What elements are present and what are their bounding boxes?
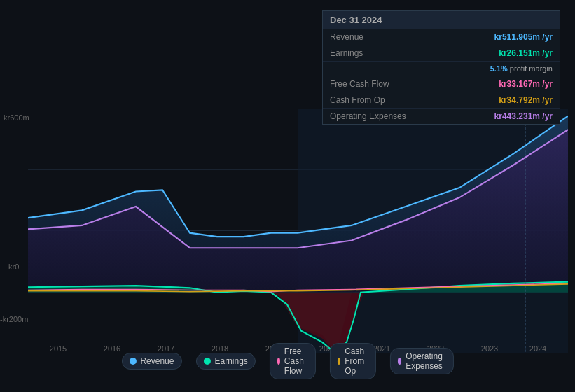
x-label-2016: 2016 (104, 344, 120, 353)
fcf-label: Free Cash Flow (330, 79, 389, 89)
legend-opex[interactable]: Operating Expenses (390, 348, 454, 374)
x-label-2023: 2023 (481, 344, 498, 353)
y-label-neg200: -kr200m (0, 315, 28, 323)
fcf-legend-label: Free Cash Flow (284, 346, 308, 376)
legend-fcf[interactable]: Free Cash Flow (270, 343, 316, 379)
opex-dot (398, 358, 401, 365)
revenue-dot (129, 358, 136, 365)
tooltip-opex: Operating Expenses kr443.231m /yr (323, 108, 560, 124)
earnings-legend-label: Earnings (214, 356, 247, 366)
cashfromop-dot (338, 358, 340, 365)
legend-revenue[interactable]: Revenue (121, 353, 181, 370)
fcf-value: kr33.167m /yr (499, 79, 553, 89)
tooltip-revenue: Revenue kr511.905m /yr (323, 29, 560, 45)
chart-container: Dec 31 2024 Revenue kr511.905m /yr Earni… (0, 0, 575, 392)
margin-text: 5.1% profit margin (490, 64, 553, 73)
chart-svg (28, 108, 568, 354)
fcf-dot (277, 358, 280, 365)
y-label-0: kr0 (8, 262, 19, 271)
cashfromop-label: Cash From Op (330, 95, 385, 105)
y-label-600: kr600m (4, 113, 29, 122)
revenue-legend-label: Revenue (140, 356, 174, 366)
cashfromop-value: kr34.792m /yr (499, 95, 553, 105)
earnings-dot (203, 358, 210, 365)
revenue-label: Revenue (330, 32, 363, 42)
tooltip-margin: 5.1% profit margin (323, 61, 560, 76)
opex-label: Operating Expenses (330, 111, 406, 121)
opex-legend-label: Operating Expenses (406, 351, 445, 371)
tooltip-fcf: Free Cash Flow kr33.167m /yr (323, 76, 560, 92)
earnings-value: kr26.151m /yr (499, 48, 553, 58)
tooltip-box: Dec 31 2024 Revenue kr511.905m /yr Earni… (322, 10, 560, 125)
x-label-2015: 2015 (50, 344, 67, 353)
opex-value: kr443.231m /yr (494, 111, 553, 121)
revenue-value: kr511.905m /yr (494, 32, 553, 42)
earnings-label: Earnings (330, 48, 363, 58)
tooltip-cashfromop: Cash From Op kr34.792m /yr (323, 92, 560, 108)
chart-area (28, 108, 568, 354)
x-label-2024: 2024 (529, 344, 546, 353)
legend-earnings[interactable]: Earnings (195, 353, 255, 370)
cashfromop-legend-label: Cash From Op (345, 346, 368, 376)
legend: Revenue Earnings Free Cash Flow Cash Fro… (121, 343, 453, 379)
tooltip-earnings: Earnings kr26.151m /yr (323, 45, 560, 61)
tooltip-date: Dec 31 2024 (323, 11, 560, 29)
legend-cashfromop[interactable]: Cash From Op (330, 343, 376, 379)
